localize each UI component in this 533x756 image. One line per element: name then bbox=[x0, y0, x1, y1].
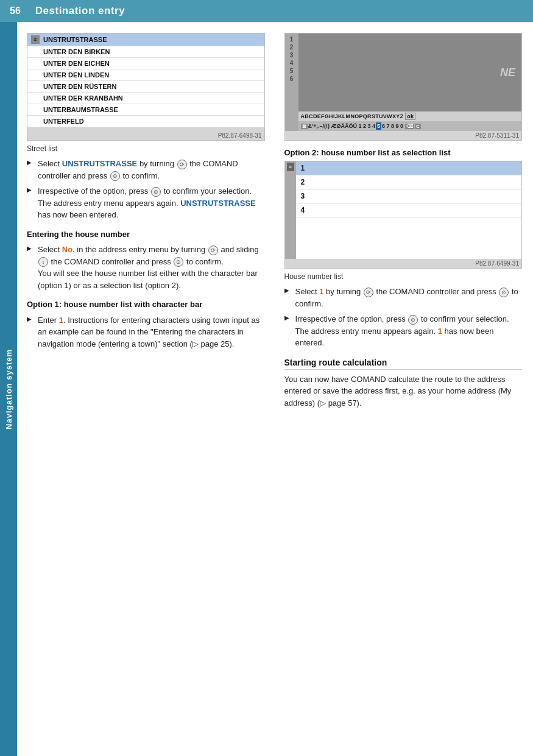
two-column-section: ≡ UNSTRUTSTRASSE UNTER DEN BIRKEN UNTER … bbox=[27, 33, 522, 414]
special-char-bar: ⊠ &'+,.–/(!) ÆØÅÄÖÜ 1 2 3 4 5 6 7 8 9 0 … bbox=[298, 121, 522, 131]
char-bar-number-col: 1 2 3 4 5 6 bbox=[285, 34, 298, 131]
house-num-bullet-1: Select 1 by turning ⟳ the COMAND control… bbox=[284, 286, 523, 309]
option2-heading: Option 2: house number list as selection… bbox=[284, 148, 523, 157]
content-area: ≡ UNSTRUTSTRASSE UNTER DEN BIRKEN UNTER … bbox=[17, 22, 533, 756]
starting-route-text: You can now have COMAND calculate the ro… bbox=[284, 373, 523, 409]
option1-bullet-1: Enter 1. Instructions for entering chara… bbox=[27, 314, 265, 350]
to-text: to bbox=[122, 171, 129, 180]
street-list-screenshot: ≡ UNSTRUTSTRASSE UNTER DEN BIRKEN UNTER … bbox=[27, 33, 265, 141]
house-number-list: 1 2 3 4 bbox=[296, 161, 522, 259]
press-icon-5: ⊙ bbox=[408, 315, 418, 325]
street-list-label: Street list bbox=[27, 144, 265, 153]
street-list-bullets: Select UNSTRUTSTRASSE by turning ⟳ the C… bbox=[27, 158, 265, 221]
press-icon-4: ⊙ bbox=[499, 288, 509, 297]
entering-house-number-heading: Entering the house number bbox=[27, 228, 265, 241]
street-list-image: ≡ UNSTRUTSTRASSE UNTER DEN BIRKEN UNTER … bbox=[27, 34, 264, 131]
press-icon-3: ⊙ bbox=[174, 257, 183, 267]
starting-route-heading: Starting route calculation bbox=[284, 358, 523, 370]
house-num-list-label: House number list bbox=[284, 272, 523, 281]
house-num-item-4: 4 bbox=[296, 203, 522, 217]
street-item-icon: ≡ bbox=[31, 35, 40, 44]
option1-bullets: Enter 1. Instructions for entering chara… bbox=[27, 314, 265, 350]
house-num-item-1: 1 bbox=[296, 161, 522, 175]
street-bullet-2: Irrespective of the option, press ⊙ to c… bbox=[27, 185, 265, 221]
house-num-bullets: Select 1 by turning ⟳ the COMAND control… bbox=[284, 286, 523, 349]
street-item-5: UNTER DEN RÜSTERN bbox=[27, 81, 264, 93]
sidebar-tab: Navigation system bbox=[0, 22, 17, 756]
street-list-inner: ≡ UNSTRUTSTRASSE UNTER DEN BIRKEN UNTER … bbox=[27, 34, 264, 127]
starting-route-paragraph: You can now have COMAND calculate the ro… bbox=[284, 373, 523, 409]
house-num-image: ≡ 1 2 3 bbox=[285, 161, 522, 259]
house-num-1-highlight-2: 1 bbox=[438, 327, 442, 336]
street-item-6: UNTER DER KRANBAHN bbox=[27, 93, 264, 104]
house-num-1-highlight: 1 bbox=[319, 287, 323, 296]
press-icon-2: ⊙ bbox=[151, 187, 161, 197]
main-content: Navigation system ≡ UNSTRUTSTRASSE bbox=[0, 22, 533, 756]
turn-icon-3: ⟳ bbox=[364, 288, 373, 297]
char-bar-caption: P82.87-5311-31 bbox=[285, 131, 522, 140]
house-num-screenshot: ≡ 1 2 3 bbox=[284, 161, 523, 269]
street-item-4: UNTER DEN LINDEN bbox=[27, 69, 264, 81]
char-bar-main-area: NE ABCDEFGHIJKLMNOPQRSTUVWXYZ ok ⊠ &'+,.… bbox=[298, 34, 522, 131]
sidebar-label: Navigation system bbox=[4, 349, 13, 429]
street-item-1: ≡ UNSTRUTSTRASSE bbox=[27, 34, 264, 46]
no-highlight: No. bbox=[62, 245, 75, 254]
street-list-caption: P82.87-6498-31 bbox=[27, 131, 264, 140]
house-num-bullet-2: Irrespective of the option, press ⊙ to c… bbox=[284, 313, 523, 349]
ne-label: NE bbox=[500, 66, 515, 79]
left-column: ≡ UNSTRUTSTRASSE UNTER DEN BIRKEN UNTER … bbox=[27, 33, 267, 414]
street-item-8: UNTERFELD bbox=[27, 116, 264, 127]
street-item-7: UNTERBAUMSTRASSE bbox=[27, 104, 264, 116]
house-num-item-2: 2 bbox=[296, 175, 522, 189]
slide-icon: ↕ bbox=[38, 257, 48, 267]
del-button: ⌫ bbox=[405, 124, 414, 129]
street-item-2: UNTER DEN BIRKEN bbox=[27, 46, 264, 58]
highlighted-5: 5 bbox=[376, 122, 381, 130]
street-bullet-1: Select UNSTRUTSTRASSE by turning ⟳ the C… bbox=[27, 158, 265, 182]
street-item-3: UNTER DEN EICHEN bbox=[27, 58, 264, 69]
scrollbar-area: ≡ bbox=[285, 161, 296, 259]
street-list-text: Select UNSTRUTSTRASSE by turning ⟳ the C… bbox=[27, 158, 265, 350]
street-name-highlight-2: UNSTRUTSTRASSE bbox=[180, 199, 256, 208]
turn-icon-2: ⟳ bbox=[208, 246, 218, 255]
header-bar: 56 Destination entry bbox=[0, 0, 533, 22]
char-bar-image: 1 2 3 4 5 6 NE bbox=[285, 34, 522, 131]
char-bar-screenshot: 1 2 3 4 5 6 NE bbox=[284, 33, 523, 141]
option1-heading: Option 1: house number list with charac­… bbox=[27, 299, 265, 311]
page-number: 56 bbox=[10, 5, 21, 16]
alphabet-bar: ABCDEFGHIJKLMNOPQRSTUVWXYZ ok bbox=[298, 111, 522, 121]
street-name-highlight: UNSTRUTSTRASSE bbox=[62, 159, 138, 168]
page-title: Destination entry bbox=[35, 5, 125, 17]
num1-highlight: 1 bbox=[59, 316, 63, 325]
house-num-item-3: 3 bbox=[296, 189, 522, 203]
house-num-caption: P82.87-6499-31 bbox=[285, 259, 522, 268]
ok-button: ok bbox=[405, 113, 415, 120]
turn-icon: ⟳ bbox=[177, 160, 187, 169]
char-bar-photo: NE bbox=[298, 34, 522, 111]
press-icon: ⊙ bbox=[110, 171, 120, 181]
right-column: 1 2 3 4 5 6 NE bbox=[282, 33, 523, 414]
house-number-bullets: Select No. in the address entry menu by … bbox=[27, 244, 265, 291]
house-num-text: Select 1 by turning ⟳ the COMAND control… bbox=[284, 286, 523, 349]
house-number-bullet-1: Select No. in the address entry menu by … bbox=[27, 244, 265, 291]
c-button: C bbox=[415, 124, 421, 129]
